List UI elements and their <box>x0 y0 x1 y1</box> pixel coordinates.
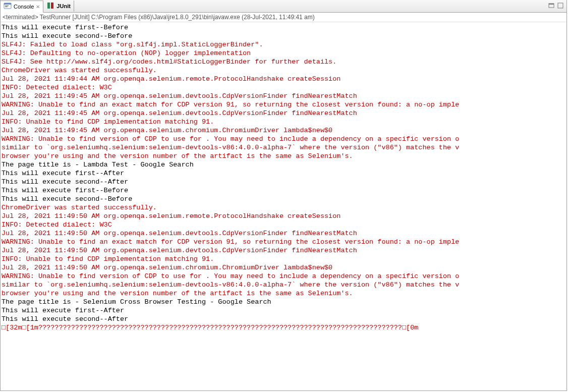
console-view: Console ✕ JUnit <box>0 0 567 391</box>
console-line: Jul 28, 2021 11:49:45 AM org.openqa.sele… <box>2 126 565 135</box>
maximize-icon[interactable] <box>556 2 564 10</box>
console-line: similar to `org.seleniumhq.selenium:sele… <box>2 143 565 152</box>
console-line: INFO: Unable to find CDP implementation … <box>2 118 565 126</box>
console-line: □[32m□[1m???????????????????????????????… <box>2 323 565 332</box>
console-line: INFO: Detected dialect: W3C <box>2 220 565 229</box>
console-line: This will execute second--Before <box>2 32 565 40</box>
console-line: INFO: Detected dialect: W3C <box>2 83 565 92</box>
tab-junit-label: JUnit <box>56 3 71 9</box>
console-line: browser you're using and the version num… <box>2 152 565 160</box>
tab-console-label: Console <box>14 4 34 10</box>
console-icon <box>4 2 12 11</box>
console-line: This will execute second--After <box>2 315 565 323</box>
console-line: SLF4J: Defaulting to no-operation (NOP) … <box>2 49 565 58</box>
console-line: ChromeDriver was started successfully. <box>2 203 565 212</box>
console-line: Jul 28, 2021 11:49:50 AM org.openqa.sele… <box>2 229 565 238</box>
launch-description: <terminated> TestRunner [JUnit] C:\Progr… <box>1 13 566 22</box>
console-output[interactable]: This will execute first--BeforeThis will… <box>1 22 566 333</box>
console-line: This will execute first--After <box>2 306 565 315</box>
console-line: WARNING: Unable to find an exact match f… <box>2 238 565 246</box>
console-line: ChromeDriver was started successfully. <box>2 66 565 75</box>
console-line: WARNING: Unable to find version of CDP t… <box>2 272 565 281</box>
console-line: This will execute first--Before <box>2 23 565 32</box>
console-line: The page title is - Selenium Cross Brows… <box>2 298 565 306</box>
console-line: This will execute second--After <box>2 178 565 186</box>
console-line: SLF4J: See http://www.slf4j.org/codes.ht… <box>2 58 565 66</box>
svg-rect-5 <box>51 3 53 9</box>
svg-rect-2 <box>5 6 9 6</box>
console-line: Jul 28, 2021 11:49:45 AM org.openqa.sele… <box>2 92 565 100</box>
console-line: Jul 28, 2021 11:49:45 AM org.openqa.sele… <box>2 109 565 118</box>
junit-icon <box>46 2 54 11</box>
svg-rect-1 <box>4 3 11 5</box>
console-line: WARNING: Unable to find version of CDP t… <box>2 135 565 143</box>
console-line: WARNING: Unable to find an exact match f… <box>2 100 565 109</box>
console-line: The page title is - Lambda Test - Google… <box>2 160 565 169</box>
console-line: Jul 28, 2021 11:49:50 AM org.openqa.sele… <box>2 263 565 272</box>
pin-icon[interactable]: ✕ <box>36 4 40 10</box>
svg-rect-7 <box>549 4 554 5</box>
console-line: This will execute first--Before <box>2 186 565 195</box>
console-line: browser you're using and the version num… <box>2 289 565 298</box>
console-line: Jul 28, 2021 11:49:44 AM org.openqa.sele… <box>2 75 565 83</box>
tab-bar: Console ✕ JUnit <box>1 0 566 13</box>
console-line: SLF4J: Failed to load class "org.slf4j.i… <box>2 40 565 49</box>
console-line: This will execute first--After <box>2 169 565 178</box>
tab-junit[interactable]: JUnit <box>43 1 74 12</box>
console-line: Jul 28, 2021 11:49:50 AM org.openqa.sele… <box>2 212 565 220</box>
console-line: similar to `org.seleniumhq.selenium:sele… <box>2 281 565 289</box>
console-line: This will execute second--Before <box>2 195 565 203</box>
svg-rect-4 <box>47 3 50 9</box>
console-line: INFO: Unable to find CDP implementation … <box>2 255 565 263</box>
tab-console[interactable]: Console ✕ <box>1 1 43 13</box>
minimize-icon[interactable] <box>547 2 555 10</box>
tab-controls <box>547 2 564 10</box>
svg-rect-3 <box>5 7 8 7</box>
console-line: Jul 28, 2021 11:49:50 AM org.openqa.sele… <box>2 246 565 255</box>
svg-rect-8 <box>558 3 563 8</box>
